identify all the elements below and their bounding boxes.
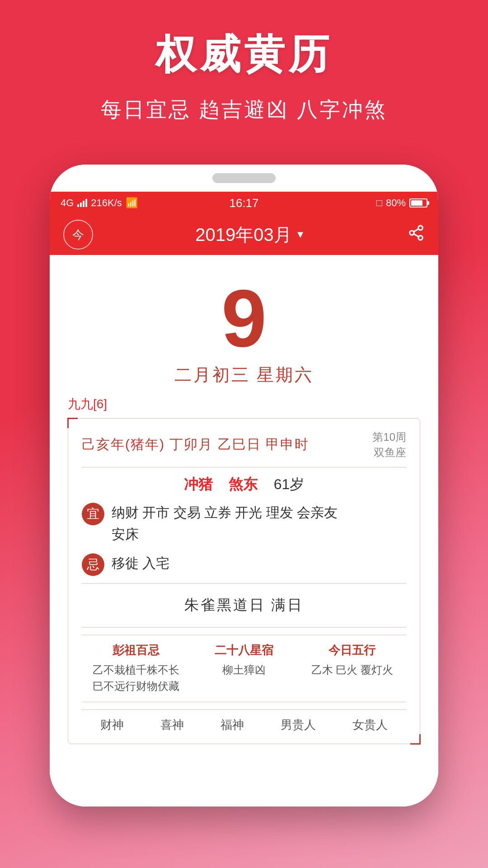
battery-icon [409, 198, 427, 208]
svg-line-4 [414, 229, 419, 231]
divider-2 [82, 583, 406, 584]
footer-row: 财神 喜神 福神 男贵人 女贵人 [82, 709, 406, 733]
status-time: 16:17 [183, 196, 305, 210]
special-day: 朱雀黑道日 满日 [82, 591, 406, 620]
footer-item-3: 男贵人 [281, 717, 316, 733]
subtitle: 每日宜忌 趋吉避凶 八字冲煞 [101, 96, 387, 124]
divider-3 [82, 627, 406, 627]
wuxing-title: 今日五行 [328, 642, 375, 658]
status-bar: 4G 216K/s 📶 16:17 □ 80% [50, 192, 438, 214]
calendar-content: 9 二月初三 星期六 九九[6] 己亥年(猪年) 丁卯月 乙巳日 甲申时 第10… [50, 255, 438, 807]
lunar-date: 二月初三 星期六 [174, 363, 314, 387]
wuxing-content: 乙木 巳火 覆灯火 [311, 662, 393, 678]
today-label: 今 [72, 227, 84, 243]
month-title-text: 2019年03月 [195, 222, 291, 247]
today-button[interactable]: 今 [63, 220, 93, 250]
phone-frame: 4G 216K/s 📶 16:17 □ 80% 今 2019年03月 ▼ [50, 165, 438, 807]
chong-text: 冲猪 [184, 476, 213, 492]
col-stars: 二十八星宿 柳土獐凶 [190, 642, 298, 694]
signal-bar-3 [83, 201, 84, 207]
zodiac-label: 双鱼座 [372, 445, 406, 460]
footer-item-1: 喜神 [160, 717, 184, 733]
bottom-three-col: 彭祖百忌 乙不栽植千株不长巳不远行财物伏藏 二十八星宿 柳土獐凶 今日五行 乙木… [82, 635, 406, 694]
speed-text: 216K/s [91, 197, 122, 209]
age-text: 61岁 [274, 476, 305, 492]
signal-bar-2 [80, 203, 82, 207]
info-card: 己亥年(猪年) 丁卯月 乙巳日 甲申时 第10周 双鱼座 冲猪 煞东 61岁 [68, 418, 420, 744]
month-title[interactable]: 2019年03月 ▼ [93, 222, 408, 247]
alarm-icon: □ [376, 197, 382, 209]
yi-row: 宜 纳财 开市 交易 立券 开光 理发 会亲友安床 [82, 502, 406, 545]
nine-nine-label: 九九[6] [68, 396, 420, 413]
footer-item-4: 女贵人 [352, 717, 388, 733]
yi-text: 纳财 开市 交易 立券 开光 理发 会亲友安床 [112, 502, 406, 545]
chong-row: 冲猪 煞东 61岁 [82, 475, 406, 495]
yi-badge: 宜 [82, 503, 104, 525]
col-pengzu: 彭祖百忌 乙不栽植千株不长巳不远行财物伏藏 [82, 642, 190, 694]
top-section: 权威黄历 每日宜忌 趋吉避凶 八字冲煞 [0, 0, 488, 165]
info-section: 九九[6] 己亥年(猪年) 丁卯月 乙巳日 甲申时 第10周 双鱼座 冲猪 [50, 396, 438, 807]
battery-percent: 80% [386, 197, 406, 209]
status-left: 4G 216K/s 📶 [61, 197, 183, 209]
stars-content: 柳土獐凶 [222, 662, 266, 678]
divider-4 [82, 702, 406, 702]
col-wuxing: 今日五行 乙木 巳火 覆灯火 [298, 642, 406, 694]
sha-text: 煞东 [229, 476, 258, 492]
ji-text: 移徙 入宅 [112, 552, 406, 574]
ji-badge: 忌 [82, 553, 104, 576]
signal-bars [77, 199, 87, 207]
ji-row: 忌 移徙 入宅 [82, 552, 406, 576]
ganzhi-row: 己亥年(猪年) 丁卯月 乙巳日 甲申时 第10周 双鱼座 [82, 429, 406, 460]
ganzhi-text: 己亥年(猪年) 丁卯月 乙巳日 甲申时 [82, 435, 309, 454]
signal-bar-4 [85, 199, 87, 207]
divider-1 [82, 467, 406, 467]
phone-speaker [212, 173, 276, 183]
pengzu-content: 乙不栽植千株不长巳不远行财物伏藏 [93, 662, 179, 694]
dropdown-arrow-icon: ▼ [296, 229, 305, 241]
date-display: 9 二月初三 星期六 [174, 255, 314, 396]
yi-ji-section: 宜 纳财 开市 交易 立券 开光 理发 会亲友安床 忌 移徙 入宅 [82, 502, 406, 576]
app-header: 今 2019年03月 ▼ [50, 214, 438, 255]
battery-fill [411, 200, 422, 206]
week-label: 第10周 [372, 429, 406, 445]
svg-line-3 [414, 234, 419, 236]
main-title: 权威黄历 [155, 27, 333, 82]
wifi-icon: 📶 [126, 197, 138, 209]
signal-text: 4G [61, 197, 74, 209]
share-button[interactable] [408, 224, 425, 245]
stars-title: 二十八星宿 [215, 642, 273, 658]
footer-item-0: 财神 [100, 717, 124, 733]
big-date-number: 9 [221, 278, 267, 359]
footer-item-2: 福神 [221, 717, 244, 733]
pengzu-title: 彭祖百忌 [113, 642, 160, 658]
phone-top-bar [50, 165, 438, 192]
status-right: □ 80% [305, 197, 427, 209]
signal-bar-1 [77, 204, 79, 207]
week-zodiac: 第10周 双鱼座 [372, 429, 406, 460]
